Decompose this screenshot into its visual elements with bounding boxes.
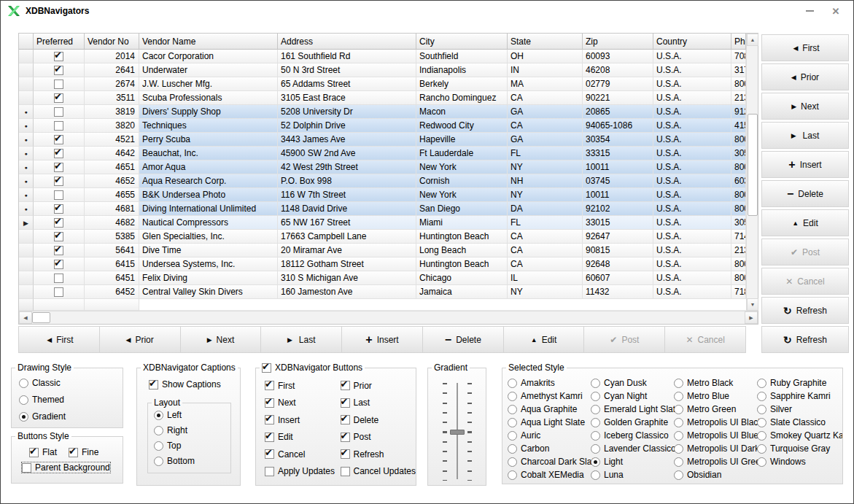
vendor-no-cell[interactable]: 5641 [85, 244, 139, 257]
table-row[interactable]: 4682 Nautical Compressors 65 NW 167 Stre… [19, 216, 746, 230]
nav-button[interactable]: First [761, 34, 849, 61]
phone-cell[interactable]: 317- [731, 63, 746, 77]
state-cell[interactable]: CA [508, 119, 583, 133]
style-radio[interactable]: Luna [591, 470, 674, 480]
col-header-vendor-no[interactable]: Vendor No [85, 34, 139, 50]
preferred-checkbox[interactable] [54, 163, 63, 172]
nav-button[interactable]: Prior [761, 63, 849, 90]
address-cell[interactable]: 65 Addams Street [278, 77, 416, 91]
preferred-cell[interactable] [34, 147, 85, 160]
country-cell[interactable]: U.S.A. [653, 216, 731, 230]
vendor-no-cell[interactable]: 4652 [85, 174, 139, 188]
table-row[interactable]: 4521 Perry Scuba 3443 James Ave Hapevill… [19, 133, 746, 147]
vendor-name-cell[interactable]: Divers' Supply Shop [139, 105, 278, 119]
style-radio[interactable]: Amakrits [508, 378, 591, 388]
table-row[interactable]: 4655 B&K Undersea Photo 116 W 7th Street… [19, 188, 746, 202]
navigator-buttons-toggle[interactable]: XDBNavigator Buttons [262, 363, 362, 373]
nav-button-checkbox[interactable]: Insert [265, 415, 341, 425]
zip-cell[interactable]: 10011 [583, 160, 653, 174]
vendor-name-cell[interactable]: Cacor Corporation [139, 50, 278, 63]
col-header-state[interactable]: State [508, 34, 583, 50]
style-radio[interactable]: Charcoal Dark Slate [508, 457, 591, 467]
zip-cell[interactable]: 90815 [583, 244, 653, 257]
state-cell[interactable]: IN [508, 63, 583, 77]
state-cell[interactable]: FL [508, 216, 583, 230]
address-cell[interactable]: 161 Southfield Rd [278, 50, 416, 63]
vendor-name-cell[interactable]: Central Valley Skin Divers [139, 285, 278, 299]
nav-button-checkbox[interactable]: Last [341, 398, 416, 408]
phone-cell[interactable]: 415- [731, 119, 746, 133]
phone-cell[interactable]: 800- [731, 257, 746, 271]
phone-cell[interactable]: 800- [731, 188, 746, 202]
city-cell[interactable]: Southfield [416, 50, 508, 63]
preferred-cell[interactable] [34, 91, 85, 105]
preferred-checkbox[interactable] [54, 66, 63, 75]
vendor-no-cell[interactable]: 2014 [85, 50, 139, 63]
style-radio[interactable]: Golden Graphite [591, 417, 674, 427]
preferred-cell[interactable] [34, 174, 85, 188]
style-radio[interactable]: Light [591, 457, 674, 467]
style-radio[interactable]: Emerald Light Slate [591, 404, 674, 414]
nav-button[interactable]: Last [761, 122, 849, 149]
buttons-style-checkbox[interactable]: Parent Background [22, 462, 110, 473]
preferred-cell[interactable] [34, 63, 85, 77]
address-cell[interactable]: 20 Miramar Ave [278, 244, 416, 257]
nav-button[interactable]: Edit [503, 326, 585, 353]
state-cell[interactable]: FL [508, 147, 583, 160]
col-header-address[interactable]: Address [278, 34, 416, 50]
style-radio[interactable]: Sapphire Kamri [757, 391, 840, 401]
state-cell[interactable]: NY [508, 188, 583, 202]
zip-cell[interactable]: 46208 [583, 63, 653, 77]
city-cell[interactable]: Rancho Dominguez [416, 91, 508, 105]
vendor-no-cell[interactable]: 4681 [85, 202, 139, 216]
state-cell[interactable]: NY [508, 285, 583, 299]
phone-cell[interactable]: 305- [731, 147, 746, 160]
style-radio[interactable]: Metropolis UI Blue [674, 430, 757, 441]
style-radio[interactable]: Aqua Graphite [508, 404, 591, 414]
country-cell[interactable]: U.S.A. [653, 285, 731, 299]
slider-thumb[interactable] [450, 430, 465, 435]
zip-cell[interactable]: 33015 [583, 216, 653, 230]
phone-cell[interactable]: 708- [731, 50, 746, 63]
nav-button-checkbox[interactable]: Edit [265, 432, 341, 442]
table-row[interactable]: 4652 Aqua Research Corp. P.O. Box 998 Co… [19, 174, 746, 188]
city-cell[interactable]: Long Beach [416, 244, 508, 257]
style-radio[interactable]: Metropolis UI Black [674, 417, 757, 427]
table-row[interactable]: 4651 Amor Aqua 42 West 29th Street New Y… [19, 160, 746, 174]
table-row[interactable]: 4681 Diving International Unlimited 1148… [19, 202, 746, 216]
zip-cell[interactable]: 92102 [583, 202, 653, 216]
style-radio[interactable]: Windows [757, 457, 840, 467]
vendor-name-cell[interactable]: Aqua Research Corp. [139, 174, 278, 188]
zip-cell[interactable]: 30354 [583, 133, 653, 147]
state-cell[interactable]: IL [508, 271, 583, 285]
preferred-checkbox[interactable] [54, 287, 63, 297]
vendor-name-cell[interactable]: B&K Undersea Photo [139, 188, 278, 202]
phone-cell[interactable]: 800- [731, 271, 746, 285]
country-cell[interactable]: U.S.A. [653, 257, 731, 271]
state-cell[interactable]: OH [508, 50, 583, 63]
preferred-cell[interactable] [34, 202, 85, 216]
layout-radio[interactable]: Bottom [154, 456, 230, 466]
phone-cell[interactable]: 603- [731, 174, 746, 188]
layout-radio[interactable]: Left [154, 410, 230, 420]
city-cell[interactable]: Indianapolis [416, 63, 508, 77]
style-radio[interactable]: Smokey Quartz Kamri [757, 430, 840, 441]
preferred-checkbox[interactable] [54, 93, 63, 103]
phone-cell[interactable]: 213- [731, 91, 746, 105]
vendor-no-cell[interactable]: 4651 [85, 160, 139, 174]
preferred-cell[interactable] [34, 50, 85, 63]
table-row[interactable]: 4642 Beauchat, Inc. 45900 SW 2nd Ave Ft … [19, 147, 746, 160]
country-cell[interactable]: U.S.A. [653, 119, 731, 133]
preferred-checkbox[interactable] [54, 204, 63, 214]
style-radio[interactable]: Silver [757, 404, 840, 414]
preferred-cell[interactable] [34, 105, 85, 119]
preferred-checkbox[interactable] [54, 52, 63, 61]
country-cell[interactable]: U.S.A. [653, 77, 731, 91]
preferred-cell[interactable] [34, 119, 85, 133]
style-radio[interactable]: Lavender Classico [591, 443, 674, 454]
nav-button[interactable]: First [18, 326, 100, 353]
preferred-cell[interactable] [34, 257, 85, 271]
style-radio[interactable]: Carbon [508, 443, 591, 454]
city-cell[interactable]: Huntington Beach [416, 230, 508, 244]
preferred-cell[interactable] [34, 285, 85, 299]
